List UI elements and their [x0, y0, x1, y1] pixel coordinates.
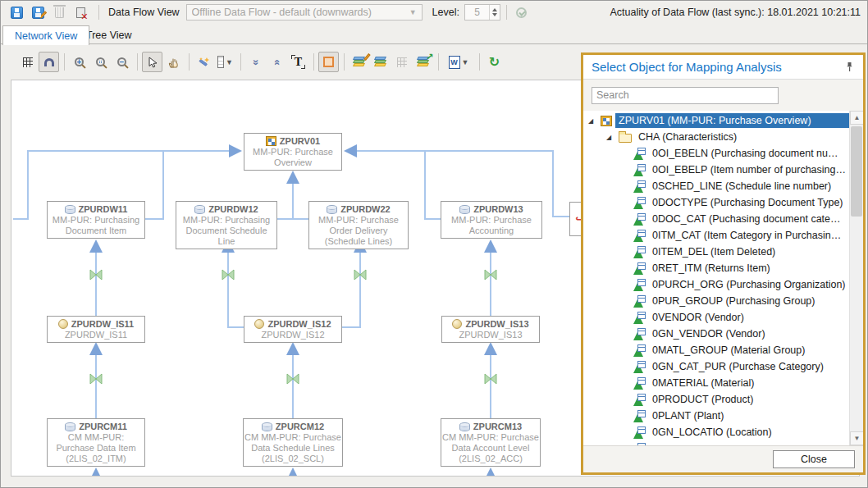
- tree-item[interactable]: 0GN_LOCATIO (Location): [583, 424, 849, 440]
- characteristic-icon: [633, 312, 646, 324]
- scroll-down-icon[interactable]: ▼: [850, 431, 863, 445]
- tree-item[interactable]: 0SCHED_LINE (Schedule line number): [583, 178, 849, 194]
- search-input[interactable]: [592, 87, 779, 104]
- double-chevron-up-icon: «: [272, 59, 281, 65]
- spinner-down-icon[interactable]: [492, 13, 497, 16]
- actuality-text: Actuality of Data Flow (last sync.): 18.…: [610, 7, 861, 18]
- level-label: Level:: [432, 7, 459, 18]
- delete-button: [50, 3, 68, 21]
- word-icon: W: [449, 56, 460, 69]
- chevron-down-icon: ▼: [226, 58, 233, 66]
- node-zpurcm11[interactable]: ZPURCM11 CM MM-PUR: Purchase Data Item (…: [47, 418, 145, 467]
- adso-icon: [65, 422, 75, 431]
- object-tree: ◢ ZPURV01 (MM-PUR: Purchase Overview) ◢ …: [583, 111, 863, 445]
- node-zpurdw12[interactable]: ZPURDW12 MM-PUR: Purchasing Document Sch…: [176, 201, 277, 249]
- tree-item-zpurv01[interactable]: ◢ ZPURV01 (MM-PUR: Purchase Overview): [583, 112, 849, 129]
- separator: [98, 5, 99, 20]
- zoom-in-button[interactable]: +: [69, 52, 89, 72]
- scroll-up-icon[interactable]: ▲: [850, 111, 863, 125]
- tree-item[interactable]: 0RET_ITM (Returns Item): [583, 260, 849, 276]
- node-zpurdw22[interactable]: ZPURDW22 MM-PUR: Purchase Order Delivery…: [308, 201, 409, 249]
- snap-magnet-button[interactable]: [39, 52, 59, 72]
- tree-item[interactable]: 0DOCTYPE (Purchasing Document Type): [583, 194, 849, 211]
- highlight-frame-button[interactable]: [318, 52, 339, 72]
- tree-item[interactable]: 0PUR_GROUP (Purchasing Group): [583, 293, 849, 309]
- tab-bar: Network View Tree View: [1, 24, 867, 44]
- expander-icon[interactable]: ◢: [606, 134, 616, 141]
- sync-clock-button: [513, 3, 531, 21]
- node-zpurdw-is11[interactable]: ZPURDW_IS11 ZPURDW_IS11: [47, 316, 145, 343]
- refresh-button[interactable]: ↻: [484, 52, 505, 72]
- expand-all-button[interactable]: »: [245, 52, 266, 72]
- node-zpurdw11[interactable]: ZPURDW11 MM-PUR: Purchasing Document Ite…: [47, 201, 145, 239]
- tree-item-partial[interactable]: [583, 440, 849, 445]
- tree-item[interactable]: 0OI_EBELN (Purchasing document number): [583, 145, 849, 162]
- scrollbar-thumb[interactable]: [851, 126, 862, 217]
- zoom-fit-button[interactable]: [90, 52, 111, 72]
- node-zpurdw-is12[interactable]: ZPURDW_IS12 ZPURDW_IS12: [244, 316, 342, 343]
- node-zpurcm13[interactable]: ZPURCM13 CM MM-PUR: Purchase Data Accoun…: [441, 418, 541, 467]
- node-zpurdw13[interactable]: ZPURDW13 MM-PUR: Purchase Accounting: [441, 201, 542, 239]
- tree-scrollbar[interactable]: ▲ ▼: [849, 111, 863, 445]
- characteristic-icon: [633, 394, 646, 406]
- word-export-button[interactable]: W▼: [443, 52, 474, 72]
- characteristic-icon: [633, 180, 646, 193]
- characteristic-icon: [633, 262, 646, 275]
- tree-item-cha[interactable]: ◢ CHA (Characteristics): [583, 129, 849, 145]
- pan-hand-button[interactable]: [163, 52, 184, 72]
- tree-item[interactable]: 0PURCH_ORG (Purchasing Organization): [583, 276, 849, 293]
- adso-icon: [194, 205, 205, 214]
- separator: [64, 53, 65, 71]
- node-zpurdw-is13[interactable]: ZPURDW_IS13 ZPURDW_IS13: [441, 316, 540, 343]
- separator: [240, 53, 241, 71]
- node-zpurv01[interactable]: ZPURV01 MM-PUR: Purchase Overview: [244, 133, 342, 171]
- characteristic-icon: [633, 279, 646, 291]
- app-window: ✕ Data Flow View Offline Data Flow - def…: [0, 0, 868, 488]
- tree-item[interactable]: 0MATL_GROUP (Material Group): [583, 342, 849, 358]
- panel-footer: Close: [583, 445, 863, 472]
- tree-item[interactable]: 0OI_EBELP (Item number of purchasing doc…: [583, 162, 849, 178]
- expander-icon[interactable]: ◢: [588, 117, 598, 125]
- tree-item[interactable]: 0VENDOR (Vendor): [583, 309, 849, 326]
- spinner-up-icon[interactable]: [492, 8, 497, 11]
- tree-item[interactable]: 0GN_CAT_PUR (Purchase Category): [583, 358, 849, 375]
- chevron-down-icon: ▼: [462, 58, 469, 66]
- column-layout-button[interactable]: ▼: [215, 52, 235, 72]
- auto-layout-button[interactable]: [194, 52, 214, 72]
- select-cursor-button[interactable]: [142, 52, 162, 72]
- tree-item[interactable]: 0DOC_CAT (Puchasing document category): [583, 211, 849, 227]
- tree-item[interactable]: 0GN_VENDOR (Vendor): [583, 326, 849, 342]
- pin-icon[interactable]: [845, 62, 855, 72]
- close-button[interactable]: Close: [773, 450, 855, 468]
- text-labels-button[interactable]: T: [288, 52, 308, 72]
- zoom-out-button[interactable]: −: [112, 52, 132, 72]
- tree-item[interactable]: 0ITM_CAT (Item Category in Purchasing Do…: [583, 227, 849, 244]
- tree-item[interactable]: 0PRODUCT (Product): [583, 391, 849, 408]
- layers-button[interactable]: [370, 52, 391, 72]
- trash-icon: [55, 7, 64, 18]
- characteristic-icon: [633, 295, 646, 308]
- level-spinner: 5: [464, 4, 500, 21]
- top-toolbar: ✕ Data Flow View Offline Data Flow - def…: [1, 1, 867, 24]
- spinner-arrows[interactable]: [489, 5, 500, 20]
- tab-network-view[interactable]: Network View: [2, 25, 89, 45]
- characteristic-icon: [633, 148, 646, 160]
- characteristic-icon: [633, 344, 646, 357]
- save-button[interactable]: [7, 3, 25, 21]
- layers-edit-button[interactable]: [349, 52, 369, 72]
- save-edit-button[interactable]: [29, 3, 47, 21]
- search-bar: [583, 80, 863, 111]
- grid-disabled-button: [391, 52, 412, 72]
- remove-data-flow-button[interactable]: ✕: [71, 3, 89, 21]
- characteristic-icon: [633, 410, 646, 422]
- tree-item[interactable]: 0PLANT (Plant): [583, 408, 849, 424]
- magic-wand-icon: [198, 56, 210, 68]
- collapse-all-button[interactable]: «: [267, 52, 287, 72]
- grid-button[interactable]: [17, 52, 38, 72]
- remove-data-flow-icon: ✕: [76, 7, 85, 18]
- refresh-icon: ↻: [489, 56, 500, 69]
- layers-export-button[interactable]: ↗: [413, 52, 433, 72]
- tree-item[interactable]: 0ITEM_DEL (Item Deleted): [583, 244, 849, 260]
- tree-item[interactable]: 0MATERIAL (Material): [583, 375, 849, 391]
- node-zpurcm12[interactable]: ZPURCM12 CM MM-PUR: Purchase Data Schedu…: [243, 418, 343, 467]
